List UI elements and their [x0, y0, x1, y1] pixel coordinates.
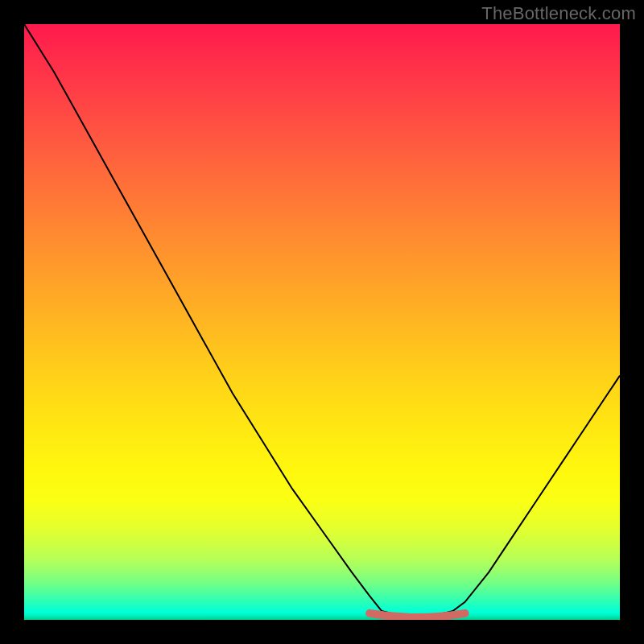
bottleneck-curve [24, 24, 620, 617]
highlight-min-segment [369, 613, 464, 617]
chart-stage: TheBottleneck.com [0, 0, 644, 644]
curve-svg [24, 24, 620, 620]
plot-area [24, 24, 620, 620]
watermark-text: TheBottleneck.com [481, 3, 636, 24]
